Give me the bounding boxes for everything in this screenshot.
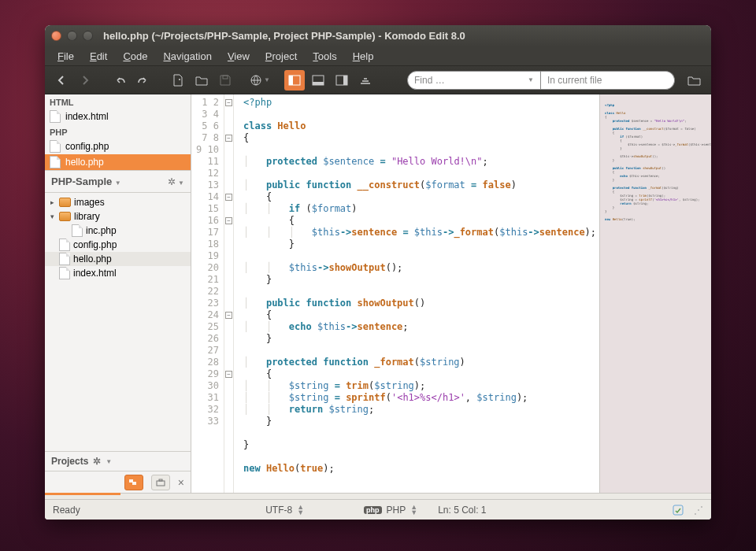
titlebar: hello.php (~/Projects/PHP-Sample, Projec…	[45, 25, 711, 46]
tree-item-label: images	[74, 197, 105, 208]
resize-grip-icon[interactable]: ⋰	[694, 505, 703, 516]
sidebar-tabbar: ×	[45, 471, 191, 493]
file-icon	[59, 253, 70, 265]
openfiles-group-header: HTML	[45, 94, 191, 109]
svg-rect-12	[673, 505, 683, 515]
fold-toggle[interactable]: −	[225, 135, 232, 142]
file-icon	[72, 224, 83, 237]
window-title: hello.php (~/Projects/PHP-Sample, Projec…	[103, 30, 465, 42]
svg-rect-9	[132, 482, 136, 485]
file-icon	[59, 267, 70, 279]
statusbar: Ready UTF-8▲▼ php PHP▲▼ Ln: 5 Col: 1 ⋰	[45, 499, 711, 520]
tree-item-label: index.html	[73, 268, 117, 279]
toolbox-tab[interactable]	[151, 475, 170, 490]
fold-column: −−−−−−	[224, 94, 234, 493]
folder-icon	[59, 212, 71, 221]
file-icon	[59, 239, 70, 251]
toolbar: ▼ Find … ▼ In current file	[45, 66, 711, 94]
menu-edit[interactable]: Edit	[83, 48, 113, 65]
panel-left-button[interactable]	[284, 70, 305, 91]
open-folder-button[interactable]	[684, 70, 705, 91]
twist-icon[interactable]: ▸	[48, 198, 56, 206]
find-placeholder: Find …	[414, 75, 445, 86]
sync-icon[interactable]	[672, 504, 684, 516]
tree-item-label: hello.php	[73, 253, 112, 264]
window-maximize-button[interactable]	[83, 31, 93, 41]
window-close-button[interactable]	[51, 31, 61, 41]
redo-button[interactable]	[133, 70, 154, 91]
svg-rect-5	[313, 82, 324, 85]
app-window: hello.php (~/Projects/PHP-Sample, Projec…	[45, 25, 711, 520]
fold-toggle[interactable]: −	[225, 371, 232, 378]
openfiles-group-header: PHP	[45, 124, 191, 139]
forward-button[interactable]	[75, 70, 95, 91]
minimap[interactable]: <?php class Hello { protected $sentence …	[599, 94, 711, 493]
back-button[interactable]	[51, 70, 72, 91]
menu-help[interactable]: Help	[346, 48, 380, 65]
line-gutter: 1 2 3 4 5 6 7 8 9 10 11 12 13 14 15 16 1…	[191, 94, 224, 493]
project-header[interactable]: PHP-Sample ▼ ✲ ▼	[45, 171, 191, 193]
status-ready: Ready	[53, 505, 80, 516]
svg-rect-11	[159, 479, 162, 481]
svg-rect-3	[289, 76, 293, 85]
fold-toggle[interactable]: −	[225, 194, 232, 201]
file-icon	[50, 110, 61, 123]
file-icon	[50, 156, 61, 168]
tree-folder[interactable]: ▸images	[45, 195, 191, 209]
language-badge-icon: php	[364, 506, 382, 514]
menu-code[interactable]: Code	[117, 48, 154, 65]
tree-file[interactable]: hello.php	[45, 252, 191, 266]
editor: 1 2 3 4 5 6 7 8 9 10 11 12 13 14 15 16 1…	[191, 94, 711, 493]
editor-tabstrip	[45, 493, 711, 499]
new-file-button[interactable]	[168, 70, 188, 91]
places-tab[interactable]	[124, 475, 143, 490]
open-file-label: index.html	[65, 111, 109, 122]
folder-icon	[59, 198, 71, 207]
twist-icon[interactable]: ▾	[48, 213, 56, 220]
project-tree: ▸images▾libraryinc.phpconfig.phphello.ph…	[45, 193, 191, 451]
open-file-item[interactable]: hello.php	[45, 154, 191, 170]
file-icon	[50, 140, 61, 153]
projects-bar[interactable]: Projects ✲▼	[45, 451, 191, 471]
svg-rect-10	[157, 481, 165, 486]
gear-icon[interactable]: ✲	[168, 176, 176, 187]
menu-navigation[interactable]: Navigation	[157, 48, 217, 65]
menubar: File Edit Code Navigation View Project T…	[45, 46, 711, 66]
menu-file[interactable]: File	[51, 48, 80, 65]
panel-right-button[interactable]	[332, 70, 352, 91]
open-file-label: hello.php	[65, 157, 104, 168]
svg-rect-0	[223, 76, 228, 79]
close-sidebar-button[interactable]: ×	[178, 476, 184, 489]
gear-icon[interactable]: ✲	[93, 456, 101, 467]
find-input[interactable]: Find … ▼	[407, 71, 541, 90]
tree-item-label: config.php	[73, 239, 117, 250]
project-name: PHP-Sample	[51, 176, 112, 187]
panel-bottom-button[interactable]	[308, 70, 328, 91]
menu-tools[interactable]: Tools	[306, 48, 343, 65]
fold-toggle[interactable]: −	[225, 217, 232, 224]
menu-view[interactable]: View	[221, 48, 256, 65]
panel-toggle-button[interactable]	[355, 70, 376, 91]
tree-file[interactable]: config.php	[45, 238, 191, 252]
status-language[interactable]: php PHP▲▼	[364, 505, 417, 516]
tree-file[interactable]: index.html	[45, 266, 191, 280]
window-minimize-button[interactable]	[67, 31, 77, 41]
open-file-item[interactable]: index.html	[45, 109, 191, 124]
status-encoding[interactable]: UTF-8▲▼	[265, 505, 304, 516]
fold-toggle[interactable]: −	[225, 99, 232, 106]
save-button[interactable]	[215, 70, 235, 91]
undo-button[interactable]	[109, 70, 130, 91]
find-dropdown-icon[interactable]: ▼	[528, 76, 534, 83]
tree-folder[interactable]: ▾library	[45, 209, 191, 224]
globe-button[interactable]: ▼	[250, 70, 270, 91]
menu-project[interactable]: Project	[259, 48, 303, 65]
svg-rect-7	[343, 76, 347, 85]
open-file-item[interactable]: config.php	[45, 139, 191, 154]
find-scope-input[interactable]: In current file	[541, 71, 675, 90]
open-file-button[interactable]	[191, 70, 212, 91]
active-tab-indicator	[45, 493, 120, 495]
fold-toggle[interactable]: −	[225, 312, 232, 319]
tree-file[interactable]: inc.php	[45, 224, 191, 238]
code-area[interactable]: <?php class Hello { │ protected $sentenc…	[234, 94, 599, 493]
open-files-panel: HTMLindex.htmlPHPconfig.phphello.php	[45, 94, 191, 171]
